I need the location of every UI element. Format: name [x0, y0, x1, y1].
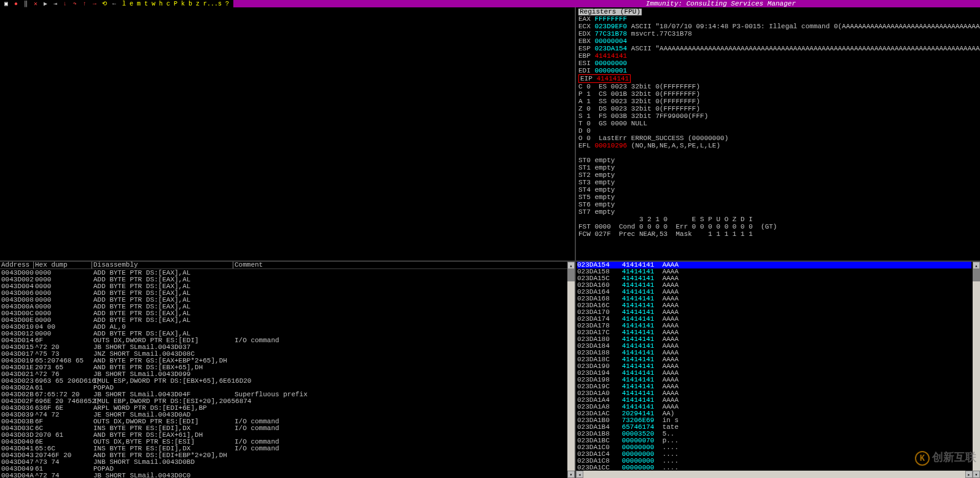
col-disassembly[interactable]: Disassembly	[92, 262, 233, 268]
dump-row[interactable]: 0043D01004 00ADD AL,0	[1, 324, 574, 331]
col-comment[interactable]: Comment	[233, 262, 575, 268]
title-bar: ▣ ● ‖ ✕ ▶ ⇥ ↓ ↷ ↑ → ⟲ ← lemtwhcPkbzr...s…	[0, 0, 980, 7]
runto-icon[interactable]: →	[91, 0, 98, 7]
dump-row[interactable]: 0043D0236963 65 206D616|IMUL ESP,DWORD P…	[1, 378, 574, 385]
scroll-right-icon[interactable]: ▸	[965, 471, 973, 478]
tool-c[interactable]: c	[165, 0, 172, 7]
scroll-down-icon[interactable]: ▾	[973, 471, 980, 478]
tool-k[interactable]: k	[179, 0, 187, 7]
cpu-disassembly-pane[interactable]	[0, 7, 575, 262]
dump-row[interactable]: 0043D01965:207468 65AND BYTE PTR GS:[EAX…	[1, 358, 574, 364]
dump-row[interactable]: 0043D04961POPAD	[1, 466, 574, 472]
stepin-icon[interactable]: ↓	[61, 0, 69, 7]
col-address[interactable]: Address	[0, 262, 34, 268]
dump-row[interactable]: 0043D03B6FOUTS DX,DWORD PTR ES:[EDI]I/O …	[1, 418, 574, 425]
tool-e[interactable]: e	[128, 0, 135, 7]
dump-row[interactable]: 0043D02F696E 20 7468652|IMUL EBP,DWORD P…	[1, 398, 574, 405]
tool-m[interactable]: m	[135, 0, 142, 7]
scroll-thumb[interactable]	[567, 269, 575, 281]
dump-row[interactable]: 0043D0060000ADD BYTE PTR DS:[EAX],AL	[1, 290, 574, 297]
record-icon[interactable]: ●	[12, 0, 20, 7]
stack-pane[interactable]: 023DA154 41414141 AAAA023DA158 41414141 …	[576, 262, 980, 478]
registers-title: Registers (FPU)	[578, 9, 642, 15]
tool-t[interactable]: t	[142, 0, 150, 7]
dump-row[interactable]: 0043D0080000ADD BYTE PTR DS:[EAX],AL	[1, 297, 574, 304]
scroll-left-icon[interactable]: ◂	[576, 471, 583, 478]
registers-pane[interactable]: Registers (FPU) EAX FFFFFFFF ECX 023D9EF…	[576, 7, 980, 262]
dump-scrollbar[interactable]: ▴ ▾	[567, 262, 575, 478]
dump-row[interactable]: 0043D0020000ADD BYTE PTR DS:[EAX],AL	[1, 276, 574, 283]
stack-hscrollbar[interactable]: ◂ ▸	[576, 471, 973, 478]
restart-icon[interactable]: ⟲	[101, 0, 108, 7]
dump-row[interactable]: 0043D04165:6CINS BYTE PTR ES:[EDI],DXI/O…	[1, 445, 574, 452]
step-icon[interactable]: ⇥	[52, 0, 59, 7]
dump-row[interactable]: 0043D039^74 72JE SHORT SLmail.0043D0AD	[1, 412, 574, 418]
watermark-icon: K	[915, 451, 930, 466]
tool-...[interactable]: ...	[209, 0, 216, 7]
memory-dump-pane[interactable]: Address Hex dump Disassembly Comment 004…	[0, 262, 575, 478]
toolbar: ▣ ● ‖ ✕ ▶ ⇥ ↓ ↷ ↑ → ⟲ ← lemtwhcPkbzr...s…	[0, 0, 233, 7]
tool-l[interactable]: l	[120, 0, 128, 7]
window-title: Immunity: Consulting Services Manager	[646, 1, 796, 7]
dump-row[interactable]: 0043D04320746F 20AND BYTE PTR DS:[EDI+EB…	[1, 452, 574, 459]
tool-s[interactable]: s	[216, 0, 224, 7]
dump-row[interactable]: 0043D047^73 74JNB SHORT SLmail.0043D0BD	[1, 459, 574, 466]
tool-w[interactable]: w	[150, 0, 157, 7]
dump-row[interactable]: 0043D04A^72 74JB SHORT SLmail.0043D0C0	[1, 472, 574, 478]
dump-row[interactable]: 0043D03C6CINS BYTE PTR ES:[EDI],DXI/O co…	[1, 425, 574, 432]
col-hex[interactable]: Hex dump	[34, 262, 92, 268]
dump-row[interactable]: 0043D015^72 20JB SHORT SLmail.0043D037	[1, 344, 574, 351]
dump-row[interactable]: 0043D0000000ADD BYTE PTR DS:[EAX],AL	[1, 270, 574, 276]
dump-row[interactable]: 0043D0146FOUTS DX,DWORD PTR ES:[EDI]I/O …	[1, 337, 574, 344]
tool-b[interactable]: b	[187, 0, 194, 7]
stack-scrollbar[interactable]: ▴ ▾	[973, 262, 980, 478]
dump-row[interactable]: 0043D00A0000ADD BYTE PTR DS:[EAX],AL	[1, 304, 574, 310]
tool-h[interactable]: h	[157, 0, 165, 7]
stepover-icon[interactable]: ↷	[71, 0, 79, 7]
dump-row[interactable]: 0043D03D2070 61AND BYTE PTR DS:[EAX+61],…	[1, 432, 574, 439]
dump-row[interactable]: 0043D01E2073 65AND BYTE PTR DS:[EBX+65],…	[1, 364, 574, 371]
play-icon[interactable]: ▶	[42, 0, 49, 7]
folder-icon[interactable]: ▣	[2, 0, 10, 7]
scroll-up-icon[interactable]: ▴	[567, 262, 575, 269]
back-icon[interactable]: ←	[111, 0, 118, 7]
dump-row[interactable]: 0043D017^75 73JNZ SHORT SLmail.0043D08C	[1, 351, 574, 358]
dump-row[interactable]: 0043D00C0000ADD BYTE PTR DS:[EAX],AL	[1, 310, 574, 317]
tool-P[interactable]: P	[172, 0, 179, 7]
scroll-thumb[interactable]	[973, 269, 980, 281]
watermark: K创新互联	[915, 451, 976, 466]
tool-z[interactable]: z	[194, 0, 201, 7]
dump-row[interactable]: 0043D0040000ADD BYTE PTR DS:[EAX],AL	[1, 283, 574, 290]
dump-row[interactable]: 0043D0406EOUTS DX,BYTE PTR ES:[ESI]I/O c…	[1, 439, 574, 445]
stepout-icon[interactable]: ↑	[81, 0, 88, 7]
dump-row[interactable]: 0043D00E0000ADD BYTE PTR DS:[EAX],AL	[1, 317, 574, 324]
dump-header: Address Hex dump Disassembly Comment	[0, 262, 575, 269]
scroll-up-icon[interactable]: ▴	[973, 262, 980, 269]
pause-icon[interactable]: ‖	[22, 0, 29, 7]
scroll-down-icon[interactable]: ▾	[567, 471, 575, 478]
tool-?[interactable]: ?	[224, 0, 231, 7]
dump-row[interactable]: 0043D036636F 6EARPL WORD PTR DS:[EDI+6E]…	[1, 405, 574, 412]
close-icon[interactable]: ✕	[32, 0, 39, 7]
dump-row[interactable]: 0043D0120000ADD BYTE PTR DS:[EAX],AL	[1, 331, 574, 337]
